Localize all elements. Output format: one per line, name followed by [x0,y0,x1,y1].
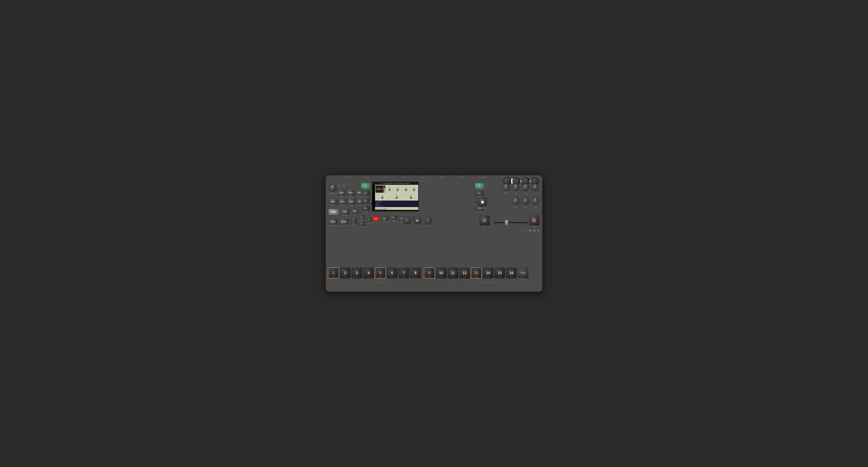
knob-rate [381,196,383,199]
trig-mode-down-button[interactable]: ∨ [358,222,365,226]
knob-f-group: F Zoom ⇔ [531,197,539,208]
play-transport-button[interactable]: ▶ [413,216,422,225]
perf-a-button[interactable]: A [479,215,490,226]
step-14-button[interactable]: 14 [483,268,494,279]
knob-lev [388,189,391,191]
screen-header: 8 Track Dynamic Performance Sampler [373,182,418,185]
step-9-button[interactable]: 9 [424,268,435,279]
clear-label: Clear [416,225,419,226]
part-button[interactable]: PART [347,199,355,205]
knob-c[interactable] [531,184,539,191]
play-transport-group: ▶ Clear [413,216,422,226]
t5-button[interactable]: T5 [475,183,484,188]
stop-transport-button[interactable]: □ [424,216,433,225]
knob-b[interactable] [522,184,529,191]
func-button[interactable]: FUNC [328,209,339,215]
step-5-button[interactable]: 5 [375,268,386,279]
amp-button[interactable]: AMP [381,216,388,221]
label-midi-in: MIDI In [422,177,426,178]
level-knob[interactable] [502,184,510,191]
rec1-button[interactable]: REC1 [338,190,346,195]
trig-mode-up-group: ∧ Trig Mode [358,215,365,221]
trig-section-labels: Track Trigs Sample/MIDI Trigs [328,282,540,283]
crossfader-handle[interactable] [505,220,508,225]
led-ab-1 [338,186,339,186]
step-11-button[interactable]: 11 [447,268,459,279]
step-16-group: 16 [506,268,517,280]
led-ab-2 [339,186,340,186]
t6-button[interactable]: T6 [475,191,484,196]
knob-f[interactable] [531,197,539,205]
param-labels2: RATE RTRG RTIM [375,195,418,196]
step-4-button[interactable]: 4 [363,268,374,279]
step-8-button[interactable]: 8 [410,268,421,279]
tap-tempo-button[interactable]: ⌚ [478,197,487,207]
step-3-underline [355,277,359,277]
t4-button[interactable]: T4 [361,206,370,211]
t4-group: T4 Cue/Mute [361,206,370,212]
knob-d[interactable] [512,197,520,205]
step-6-button[interactable]: 6 [386,268,398,279]
screen-track-info: Pt:1 KRASUS RAGNAROK ▶AQ1 PLAYBACK•FLEX [375,200,418,207]
step-2-group: 2 [340,268,351,280]
step-2-button[interactable]: 2 [340,268,351,279]
step-16-button[interactable]: 16 [506,268,517,279]
step-13-number: 13 [474,271,478,275]
track-trigs-section: Track Trigs [328,282,393,283]
step-11-underline [452,277,455,277]
arrow-right-button[interactable]: > [366,218,372,222]
step-label2-t2: T2 [436,281,447,282]
src-button[interactable]: SRC [372,216,380,221]
knob-d-sub: Zoom ⇕ [514,207,518,208]
step-13-button[interactable]: 13 [471,268,482,279]
part-group: PART Part Edit [347,199,355,206]
lfo-button[interactable]: LFO [389,215,397,220]
arrow-left-button[interactable]: < [351,218,356,222]
yes-label: Arm [354,214,356,215]
step-10-group: 10 [436,268,447,280]
rec1-group: REC1 Setup 1Pickup + [338,190,346,198]
t2-button[interactable]: T2 [361,191,370,196]
yes-button[interactable]: YES [351,209,359,214]
step-label-t6: T6 [386,281,398,282]
step-15-button[interactable]: 15 [494,268,505,279]
step-14-number: 14 [486,271,490,275]
screen-second-row: RATE RTRG RTIM [375,193,418,200]
nav-area: ∧ Trig Mode ∨ Trig Mode [358,215,365,227]
led-groups: A — B C — D - Int - [338,184,349,186]
bank-button[interactable]: BANK [339,219,348,225]
page-group: PAGE Scale [518,268,529,280]
rec2-button[interactable]: REC2 [347,190,355,195]
perf-b-button[interactable]: B [529,215,540,226]
proj-button[interactable]: PROJ [338,199,346,205]
copy-transport-button[interactable]: ○ [403,216,411,225]
scale-3-4: 3:4 [532,230,533,231]
headphones-vol-knob[interactable] [329,184,337,192]
knob-a[interactable] [512,184,520,191]
display-area: 8 Track Dynamic Performance Sampler F 12… [372,182,421,212]
step-12-button[interactable]: 12 [459,268,470,279]
arrow-right-label: μTime + [367,222,371,223]
knob-e[interactable] [522,197,529,205]
knob-f-sub: Zoom ⇔ [533,207,537,208]
page-button[interactable]: PAGE [518,268,529,279]
t8-cue-label: Cue/Mute [477,211,482,212]
perf-a-group: A Mute [479,215,490,227]
step-label-t1: T1 [328,281,339,282]
step-5-number: 5 [379,271,381,275]
page-sub: Scale [522,279,525,280]
led-cd-label: C — D [342,184,345,185]
trig-mode-up-button[interactable]: ∧ [358,215,365,219]
step-3-button[interactable]: 3 [351,268,363,279]
step-10-button[interactable]: 10 [436,268,447,279]
t1-button[interactable]: T1 [361,183,370,188]
midi-button[interactable]: MIDI [328,199,338,205]
card-status-led [421,179,422,180]
step-1-button[interactable]: 1 [328,268,339,279]
arrow-left-label: μTime − [352,222,355,223]
t3-button[interactable]: T3 [361,198,370,204]
cue-button[interactable]: CUE [340,209,350,215]
ptn-button[interactable]: PTN [328,219,338,225]
step-7-button[interactable]: 7 [398,268,409,279]
step-15-number: 15 [498,271,502,275]
